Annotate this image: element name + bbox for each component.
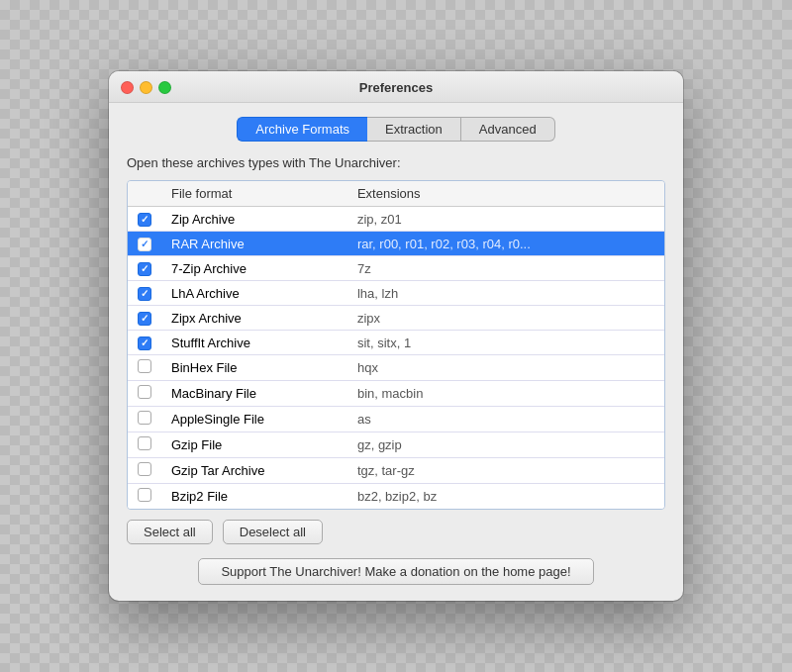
format-cell: 7-Zip Archive — [161, 256, 347, 281]
minimize-button[interactable] — [140, 81, 152, 94]
checkbox-cell[interactable] — [128, 458, 161, 484]
extensions-cell: as — [347, 407, 664, 432]
format-cell: Gzip Tar Archive — [161, 458, 347, 484]
format-cell: Bzip2 File — [161, 484, 347, 510]
checkbox[interactable] — [138, 336, 151, 350]
table-row[interactable]: Zip Archivezip, z01 — [128, 207, 664, 232]
checkbox-cell[interactable] — [128, 256, 161, 281]
extensions-cell: zipx — [347, 306, 664, 331]
deselect-all-button[interactable]: Deselect all — [223, 520, 323, 544]
table-row[interactable]: AppleSingle Fileas — [128, 407, 664, 432]
formats-table-wrapper: File format Extensions Zip Archivezip, z… — [127, 180, 665, 510]
format-cell: AppleSingle File — [161, 407, 347, 432]
extensions-cell: hqx — [347, 355, 664, 381]
table-row[interactable]: RAR Archiverar, r00, r01, r02, r03, r04,… — [128, 232, 664, 256]
donation-button[interactable]: Support The Unarchiver! Make a donation … — [198, 558, 593, 585]
table-row[interactable]: LhA Archivelha, lzh — [128, 281, 664, 306]
checkbox-cell[interactable] — [128, 331, 161, 355]
content-area: Archive Formats Extraction Advanced Open… — [109, 103, 683, 601]
extensions-cell: bin, macbin — [347, 381, 664, 407]
donation-row: Support The Unarchiver! Make a donation … — [127, 558, 665, 585]
tab-archive-formats[interactable]: Archive Formats — [237, 117, 367, 142]
checkbox-cell[interactable] — [128, 232, 161, 256]
table-row[interactable]: Zipx Archivezipx — [128, 306, 664, 331]
extensions-cell: sit, sitx, 1 — [347, 331, 664, 355]
checkbox[interactable] — [138, 462, 151, 476]
extensions-cell: lha, lzh — [347, 281, 664, 306]
preferences-window: Preferences Archive Formats Extraction A… — [109, 71, 683, 601]
extensions-cell: rar, r00, r01, r02, r03, r04, r0... — [347, 232, 664, 256]
format-cell: RAR Archive — [161, 232, 347, 256]
checkbox-cell[interactable] — [128, 281, 161, 306]
format-cell: Zip Archive — [161, 207, 347, 232]
action-buttons: Select all Deselect all — [127, 520, 665, 544]
checkbox[interactable] — [138, 436, 151, 450]
checkbox[interactable] — [138, 488, 151, 502]
extensions-cell: zip, z01 — [347, 207, 664, 232]
checkbox-cell[interactable] — [128, 432, 161, 458]
checkbox[interactable] — [138, 385, 151, 399]
format-cell: Gzip File — [161, 432, 347, 458]
maximize-button[interactable] — [158, 81, 171, 94]
tab-extraction[interactable]: Extraction — [367, 117, 461, 142]
tab-bar: Archive Formats Extraction Advanced — [127, 117, 665, 142]
titlebar: Preferences — [109, 71, 683, 103]
checkbox-cell[interactable] — [128, 355, 161, 381]
checkbox-cell[interactable] — [128, 207, 161, 232]
extensions-cell: bz2, bzip2, bz — [347, 484, 664, 510]
description-text: Open these archives types with The Unarc… — [127, 155, 665, 170]
checkbox-cell[interactable] — [128, 381, 161, 407]
checkbox[interactable] — [138, 312, 151, 326]
tab-advanced[interactable]: Advanced — [461, 117, 555, 142]
checkbox[interactable] — [138, 287, 151, 301]
format-cell: MacBinary File — [161, 381, 347, 407]
col-header-checkbox — [128, 181, 161, 207]
table-header-row: File format Extensions — [128, 181, 664, 207]
checkbox[interactable] — [138, 359, 151, 373]
extensions-cell: gz, gzip — [347, 432, 664, 458]
format-cell: Zipx Archive — [161, 306, 347, 331]
window-title: Preferences — [359, 80, 433, 95]
formats-table: File format Extensions Zip Archivezip, z… — [128, 181, 664, 509]
close-button[interactable] — [121, 81, 134, 94]
table-row[interactable]: Gzip Filegz, gzip — [128, 432, 664, 458]
col-header-extensions: Extensions — [347, 181, 664, 207]
extensions-cell: 7z — [347, 256, 664, 281]
checkbox-cell[interactable] — [128, 306, 161, 331]
checkbox[interactable] — [138, 213, 151, 227]
table-row[interactable]: 7-Zip Archive7z — [128, 256, 664, 281]
table-row[interactable]: Bzip2 Filebz2, bzip2, bz — [128, 484, 664, 510]
table-row[interactable]: MacBinary Filebin, macbin — [128, 381, 664, 407]
checkbox[interactable] — [138, 262, 151, 276]
table-row[interactable]: StuffIt Archivesit, sitx, 1 — [128, 331, 664, 355]
format-cell: StuffIt Archive — [161, 331, 347, 355]
format-cell: LhA Archive — [161, 281, 347, 306]
table-row[interactable]: BinHex Filehqx — [128, 355, 664, 381]
extensions-cell: tgz, tar-gz — [347, 458, 664, 484]
checkbox[interactable] — [138, 238, 151, 251]
select-all-button[interactable]: Select all — [127, 520, 213, 544]
traffic-lights — [121, 81, 171, 94]
col-header-format: File format — [161, 181, 347, 207]
format-cell: BinHex File — [161, 355, 347, 381]
checkbox-cell[interactable] — [128, 484, 161, 510]
checkbox-cell[interactable] — [128, 407, 161, 432]
table-row[interactable]: Gzip Tar Archivetgz, tar-gz — [128, 458, 664, 484]
checkbox[interactable] — [138, 411, 151, 425]
